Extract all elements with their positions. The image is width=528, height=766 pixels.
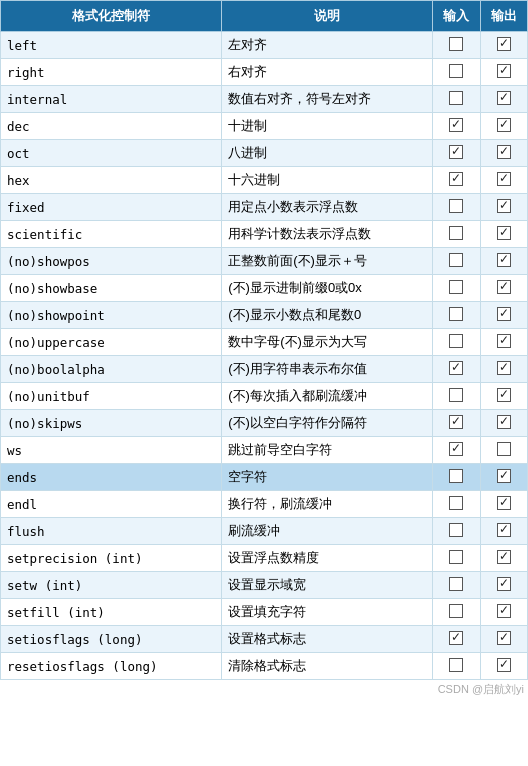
table-row-name: (no)unitbuf: [1, 383, 222, 410]
table-row-name: (no)showpoint: [1, 302, 222, 329]
table-row-output: [480, 113, 527, 140]
table-row-input: [433, 464, 480, 491]
table-row-name: setw (int): [1, 572, 222, 599]
table-row-desc: 设置浮点数精度: [222, 545, 433, 572]
table-row-desc: 清除格式标志: [222, 653, 433, 680]
table-row-name: dec: [1, 113, 222, 140]
table-row-desc: 右对齐: [222, 59, 433, 86]
table-row-desc: 刷流缓冲: [222, 518, 433, 545]
col-header-desc: 说明: [222, 1, 433, 32]
table-row-output: [480, 329, 527, 356]
table-row-input: [433, 545, 480, 572]
table-row-output: [480, 410, 527, 437]
table-row-input: [433, 410, 480, 437]
table-row-desc: 跳过前导空白字符: [222, 437, 433, 464]
table-row-output: [480, 140, 527, 167]
col-header-input: 输入: [433, 1, 480, 32]
table-row-desc: 用科学计数法表示浮点数: [222, 221, 433, 248]
table-row-desc: 空字符: [222, 464, 433, 491]
table-row-input: [433, 626, 480, 653]
table-row-input: [433, 599, 480, 626]
table-row-input: [433, 32, 480, 59]
table-row-output: [480, 302, 527, 329]
table-row-desc: (不)以空白字符作分隔符: [222, 410, 433, 437]
table-row-output: [480, 32, 527, 59]
table-row-input: [433, 140, 480, 167]
table-row-output: [480, 599, 527, 626]
table-row-input: [433, 59, 480, 86]
table-row-desc: 设置格式标志: [222, 626, 433, 653]
table-row-input: [433, 275, 480, 302]
table-row-desc: 用定点小数表示浮点数: [222, 194, 433, 221]
table-row-name: left: [1, 32, 222, 59]
table-row-output: [480, 275, 527, 302]
table-row-name: oct: [1, 140, 222, 167]
table-row-desc: 设置显示域宽: [222, 572, 433, 599]
table-row-desc: 换行符，刷流缓冲: [222, 491, 433, 518]
table-row-desc: 左对齐: [222, 32, 433, 59]
table-row-output: [480, 464, 527, 491]
col-header-name: 格式化控制符: [1, 1, 222, 32]
table-row-output: [480, 383, 527, 410]
table-row-input: [433, 518, 480, 545]
table-row-input: [433, 86, 480, 113]
table-row-name: internal: [1, 86, 222, 113]
table-row-input: [433, 113, 480, 140]
table-row-input: [433, 302, 480, 329]
table-row-input: [433, 194, 480, 221]
table-row-desc: (不)显示进制前缀0或0x: [222, 275, 433, 302]
table-row-input: [433, 653, 480, 680]
table-row-output: [480, 572, 527, 599]
table-row-input: [433, 248, 480, 275]
table-row-desc: (不)用字符串表示布尔值: [222, 356, 433, 383]
table-row-desc: 十六进制: [222, 167, 433, 194]
table-row-name: (no)uppercase: [1, 329, 222, 356]
table-row-output: [480, 167, 527, 194]
table-row-name: (no)boolalpha: [1, 356, 222, 383]
table-row-name: scientific: [1, 221, 222, 248]
table-row-name: fixed: [1, 194, 222, 221]
table-row-output: [480, 518, 527, 545]
table-row-desc: 数中字母(不)显示为大写: [222, 329, 433, 356]
table-row-name: ends: [1, 464, 222, 491]
table-row-output: [480, 491, 527, 518]
table-row-input: [433, 356, 480, 383]
table-row-name: hex: [1, 167, 222, 194]
table-row-desc: (不)每次插入都刷流缓冲: [222, 383, 433, 410]
table-row-input: [433, 167, 480, 194]
table-row-name: setfill (int): [1, 599, 222, 626]
table-row-output: [480, 248, 527, 275]
table-row-name: flush: [1, 518, 222, 545]
table-row-name: setiosflags (long): [1, 626, 222, 653]
table-row-desc: 十进制: [222, 113, 433, 140]
table-row-output: [480, 545, 527, 572]
table-row-output: [480, 86, 527, 113]
table-row-output: [480, 194, 527, 221]
table-row-input: [433, 572, 480, 599]
table-row-desc: 八进制: [222, 140, 433, 167]
table-row-name: (no)skipws: [1, 410, 222, 437]
table-row-name: (no)showbase: [1, 275, 222, 302]
table-row-input: [433, 437, 480, 464]
table-row-output: [480, 59, 527, 86]
table-row-output: [480, 626, 527, 653]
table-row-output: [480, 221, 527, 248]
table-row-desc: 设置填充字符: [222, 599, 433, 626]
table-row-input: [433, 221, 480, 248]
table-row-name: (no)showpos: [1, 248, 222, 275]
table-row-input: [433, 383, 480, 410]
col-header-output: 输出: [480, 1, 527, 32]
table-row-output: [480, 437, 527, 464]
table-row-desc: (不)显示小数点和尾数0: [222, 302, 433, 329]
table-row-name: ws: [1, 437, 222, 464]
table-row-name: right: [1, 59, 222, 86]
table-row-name: setprecision (int): [1, 545, 222, 572]
table-row-output: [480, 356, 527, 383]
table-row-input: [433, 491, 480, 518]
table-row-output: [480, 653, 527, 680]
table-row-input: [433, 329, 480, 356]
watermark: CSDN @启航刘yi: [0, 680, 528, 699]
table-row-name: resetiosflags (long): [1, 653, 222, 680]
table-row-desc: 数值右对齐，符号左对齐: [222, 86, 433, 113]
table-row-desc: 正整数前面(不)显示＋号: [222, 248, 433, 275]
